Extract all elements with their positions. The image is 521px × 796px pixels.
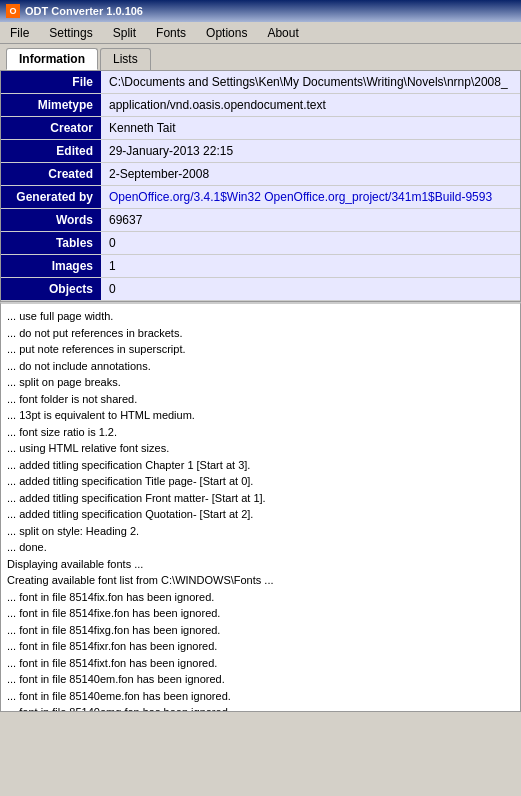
app-icon: O — [6, 4, 20, 18]
info-label-0: File — [1, 71, 101, 94]
tab-information[interactable]: Information — [6, 48, 98, 70]
log-line-5: ... font folder is not shared. — [7, 391, 514, 408]
menu-options[interactable]: Options — [200, 24, 253, 42]
info-table: FileC:\Documents and Settings\Ken\My Doc… — [1, 71, 520, 301]
menu-about[interactable]: About — [261, 24, 304, 42]
info-value-4: 2-September-2008 — [101, 163, 520, 186]
info-value-5: OpenOffice.org/3.4.1$Win32 OpenOffice.or… — [101, 186, 520, 209]
info-value-3: 29-January-2013 22:15 — [101, 140, 520, 163]
log-area[interactable]: ... use full page width.... do not put r… — [0, 302, 521, 712]
info-value-0: C:\Documents and Settings\Ken\My Documen… — [101, 71, 520, 94]
title-bar: O ODT Converter 1.0.106 — [0, 0, 521, 22]
log-line-23: ... font in file 85140eme.fon has been i… — [7, 688, 514, 705]
menu-settings[interactable]: Settings — [43, 24, 98, 42]
info-panel: FileC:\Documents and Settings\Ken\My Doc… — [0, 70, 521, 302]
log-line-9: ... added titling specification Chapter … — [7, 457, 514, 474]
info-label-1: Mimetype — [1, 94, 101, 117]
info-label-4: Created — [1, 163, 101, 186]
log-line-6: ... 13pt is equivalent to HTML medium. — [7, 407, 514, 424]
log-line-19: ... font in file 8514fixg.fon has been i… — [7, 622, 514, 639]
log-line-0: ... use full page width. — [7, 308, 514, 325]
log-line-10: ... added titling specification Title pa… — [7, 473, 514, 490]
info-label-8: Images — [1, 255, 101, 278]
log-line-13: ... split on style: Heading 2. — [7, 523, 514, 540]
log-line-4: ... split on page breaks. — [7, 374, 514, 391]
log-line-18: ... font in file 8514fixe.fon has been i… — [7, 605, 514, 622]
log-line-12: ... added titling specification Quotatio… — [7, 506, 514, 523]
log-line-16: Creating available font list from C:\WIN… — [7, 572, 514, 589]
info-label-5: Generated by — [1, 186, 101, 209]
log-line-1: ... do not put references in brackets. — [7, 325, 514, 342]
info-label-7: Tables — [1, 232, 101, 255]
info-label-3: Edited — [1, 140, 101, 163]
log-line-2: ... put note references in superscript. — [7, 341, 514, 358]
menu-fonts[interactable]: Fonts — [150, 24, 192, 42]
info-value-9: 0 — [101, 278, 520, 301]
log-line-22: ... font in file 85140em.fon has been ig… — [7, 671, 514, 688]
log-line-14: ... done. — [7, 539, 514, 556]
log-line-11: ... added titling specification Front ma… — [7, 490, 514, 507]
title-bar-text: ODT Converter 1.0.106 — [25, 5, 143, 17]
info-value-6: 69637 — [101, 209, 520, 232]
info-value-2: Kenneth Tait — [101, 117, 520, 140]
log-line-20: ... font in file 8514fixr.fon has been i… — [7, 638, 514, 655]
log-line-24: ... font in file 85140emg.fon has been i… — [7, 704, 514, 712]
menu-split[interactable]: Split — [107, 24, 142, 42]
info-value-8: 1 — [101, 255, 520, 278]
info-value-1: application/vnd.oasis.opendocument.text — [101, 94, 520, 117]
tab-lists[interactable]: Lists — [100, 48, 151, 70]
info-value-7: 0 — [101, 232, 520, 255]
info-label-6: Words — [1, 209, 101, 232]
log-line-3: ... do not include annotations. — [7, 358, 514, 375]
log-line-17: ... font in file 8514fix.fon has been ig… — [7, 589, 514, 606]
info-label-9: Objects — [1, 278, 101, 301]
log-line-8: ... using HTML relative font sizes. — [7, 440, 514, 457]
menu-file[interactable]: File — [4, 24, 35, 42]
menu-bar: File Settings Split Fonts Options About — [0, 22, 521, 44]
info-label-2: Creator — [1, 117, 101, 140]
tab-bar: Information Lists — [0, 44, 521, 70]
log-line-21: ... font in file 8514fixt.fon has been i… — [7, 655, 514, 672]
log-line-15: Displaying available fonts ... — [7, 556, 514, 573]
log-line-7: ... font size ratio is 1.2. — [7, 424, 514, 441]
